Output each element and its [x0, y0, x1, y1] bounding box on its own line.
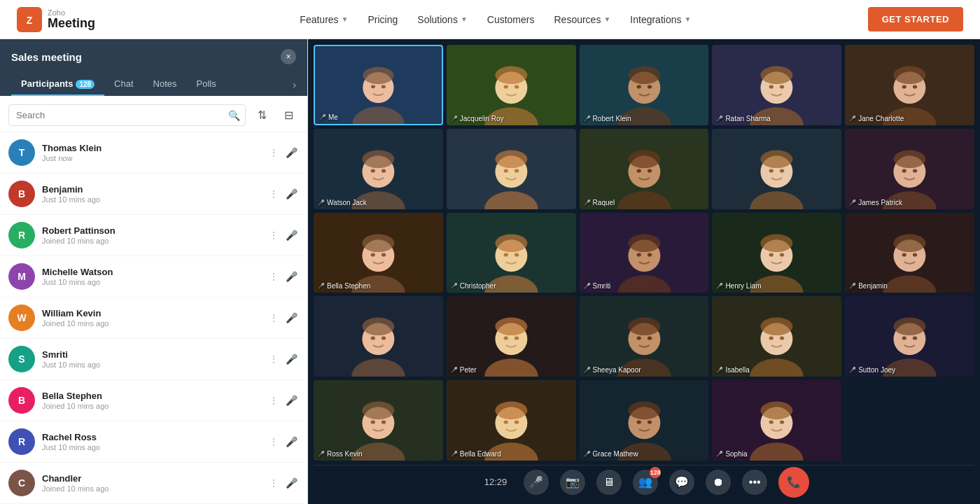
filter-icon[interactable]: ⊟ [278, 105, 299, 126]
video-cell: Peter [447, 296, 576, 377]
nav-resources[interactable]: Resources ▼ [554, 14, 610, 25]
list-item: R Rachel Ross Just 10 mins ago ⋮ 🎤 [0, 421, 307, 463]
video-label: Peter [451, 366, 477, 374]
video-grid: Me Jacquelin Roy [314, 45, 974, 461]
participant-status: Joined 10 mins ago [42, 484, 260, 493]
video-cell: Sheeya Kapoor [580, 296, 709, 377]
mute-icon[interactable]: 🎤 [284, 146, 299, 160]
video-label: Watson Jack [318, 199, 367, 206]
svg-rect-127 [590, 296, 697, 377]
participant-actions: ⋮ 🎤 [267, 352, 299, 366]
video-cell: Jane Charlotte [845, 45, 974, 125]
video-label: Benjamin [849, 282, 888, 290]
avatar: R [8, 428, 35, 455]
avatar: M [8, 263, 35, 290]
search-input[interactable] [8, 104, 246, 126]
more-options-button[interactable]: ••• [742, 470, 767, 495]
mic-button[interactable]: 🎤 [524, 470, 549, 495]
chat-button[interactable]: 💬 [669, 470, 694, 495]
bottom-toolbar: 12:29 🎤 📷 🖥 👥 128 💬 ⏺ ••• 📞 [314, 465, 974, 498]
video-cell: Watson Jack [314, 129, 443, 209]
avatar: R [8, 222, 35, 248]
nav-links: Features ▼ Pricing Solutions ▼ Customers… [123, 14, 868, 25]
mute-icon[interactable]: 🎤 [284, 270, 299, 284]
video-label: Henry Liam [716, 282, 761, 290]
participant-actions: ⋮ 🎤 [267, 476, 299, 490]
participant-status: Joined 10 mins ago [42, 319, 260, 328]
participant-name: Robert Pattinson [42, 225, 260, 236]
list-item: C Chandler Joined 10 mins ago ⋮ 🎤 [0, 463, 307, 504]
video-cell: Ratan Sharma [712, 45, 841, 125]
record-button[interactable]: ⏺ [706, 470, 731, 495]
mute-icon[interactable]: 🎤 [284, 393, 299, 407]
avatar: S [8, 346, 35, 372]
mute-icon[interactable]: 🎤 [284, 311, 299, 325]
video-cell: Jacquelin Roy [447, 45, 576, 125]
video-label: Sophia [716, 450, 747, 458]
participants-button[interactable]: 👥 128 [633, 470, 658, 495]
search-input-wrap: 🔍 [8, 104, 246, 126]
participant-name: Bella Stephen [42, 391, 260, 401]
video-cell [712, 129, 841, 209]
nav-features[interactable]: Features ▼ [300, 14, 348, 25]
mute-icon[interactable]: 🎤 [284, 476, 299, 490]
panel-close-button[interactable]: × [281, 49, 296, 64]
video-label: Smriti [584, 282, 611, 290]
participant-actions: ⋮ 🎤 [267, 146, 299, 160]
video-cell: Isabella [712, 296, 841, 377]
video-cell: Smriti [580, 213, 709, 293]
participant-info: Chandler Joined 10 mins ago [42, 473, 260, 493]
more-options-icon[interactable]: ⋮ [267, 311, 280, 325]
mute-icon[interactable]: 🎤 [284, 228, 299, 242]
list-item: T Thomas Klein Just now ⋮ 🎤 [0, 132, 307, 174]
participants-badge: 128 [76, 80, 94, 89]
more-options-icon[interactable]: ⋮ [267, 228, 280, 242]
camera-button[interactable]: 📷 [560, 470, 585, 495]
svg-rect-71 [856, 129, 963, 209]
participant-status: Joined 10 mins ago [42, 237, 260, 245]
tab-participants[interactable]: Participants128 [11, 73, 104, 96]
participant-status: Just now [42, 154, 260, 162]
tabs-chevron-icon[interactable]: › [293, 79, 296, 90]
nav-solutions[interactable]: Solutions ▼ [417, 14, 468, 25]
more-options-icon[interactable]: ⋮ [267, 476, 280, 490]
participant-status: Just 10 mins ago [42, 195, 260, 204]
svg-rect-8 [327, 46, 430, 124]
more-options-icon[interactable]: ⋮ [267, 393, 280, 407]
mute-icon[interactable]: 🎤 [284, 435, 299, 449]
svg-rect-134 [723, 296, 830, 377]
svg-rect-120 [458, 296, 565, 377]
tab-notes[interactable]: Notes [144, 73, 187, 96]
video-label: Ross Kevin [318, 450, 363, 458]
more-options-icon[interactable]: ⋮ [267, 435, 280, 449]
more-options-icon[interactable]: ⋮ [267, 270, 280, 284]
nav-integrations[interactable]: Integrations ▼ [630, 14, 691, 25]
video-cell: Henry Liam [712, 213, 841, 293]
tab-polls[interactable]: Polls [187, 73, 226, 96]
more-options-icon[interactable]: ⋮ [267, 187, 280, 201]
more-options-icon[interactable]: ⋮ [267, 146, 280, 160]
participant-name: Smriti [42, 349, 260, 360]
nav-customers[interactable]: Customers [487, 14, 535, 25]
screen-share-button[interactable]: 🖥 [596, 470, 622, 495]
nav-pricing[interactable]: Pricing [368, 14, 398, 25]
participant-status: Just 10 mins ago [42, 360, 260, 369]
sort-icon[interactable]: ⇅ [251, 105, 272, 126]
video-label: James Patrick [849, 199, 902, 206]
video-cell: Robert Klein [580, 45, 709, 125]
participant-actions: ⋮ 🎤 [267, 270, 299, 284]
svg-rect-92 [590, 213, 697, 293]
search-icon[interactable]: 🔍 [228, 110, 240, 121]
avatar: C [8, 470, 35, 496]
logo-text: Zoho Meeting [48, 8, 95, 31]
list-item: B Bella Stephen Joined 10 mins ago ⋮ 🎤 [0, 380, 307, 421]
participant-name: Michelle Watson [42, 267, 260, 277]
get-started-button[interactable]: GET STARTED [868, 7, 963, 31]
mute-icon[interactable]: 🎤 [284, 352, 299, 366]
more-options-icon[interactable]: ⋮ [267, 352, 280, 366]
tab-chat[interactable]: Chat [104, 73, 143, 96]
svg-text:Z: Z [27, 15, 33, 26]
svg-rect-162 [590, 380, 697, 461]
mute-icon[interactable]: 🎤 [284, 187, 299, 201]
end-call-button[interactable]: 📞 [778, 467, 809, 498]
